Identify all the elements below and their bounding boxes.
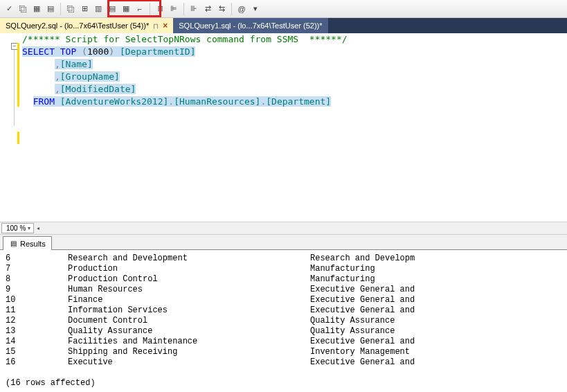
separator xyxy=(60,3,61,15)
chevron-down-icon: ▾ xyxy=(28,225,30,231)
cell-id: 6 xyxy=(6,253,68,264)
result-row[interactable]: 10FinanceExecutive General and xyxy=(6,295,561,305)
editor-gutter: − xyxy=(0,33,19,222)
cell-id: 7 xyxy=(6,264,68,274)
kw-select: SELECT xyxy=(22,46,55,57)
cell-group: Inventory Management xyxy=(310,347,561,357)
result-row[interactable]: 15Shipping and ReceivingInventory Manage… xyxy=(6,347,561,357)
results-header: ▤ Results xyxy=(0,234,567,249)
code-editor[interactable]: − /****** Script for SelectTopNRows comm… xyxy=(0,33,567,222)
cell-group: Executive General and xyxy=(310,285,561,295)
tb-grid6-icon[interactable]: ▥ xyxy=(92,3,105,15)
fold-line xyxy=(14,50,15,126)
col-dept: [DepartmentID] xyxy=(120,46,196,57)
tb-indent1-icon[interactable]: ≣ xyxy=(154,3,166,15)
kw-top: TOP xyxy=(60,46,76,57)
cell-name: Finance xyxy=(68,295,310,305)
separator xyxy=(183,3,184,15)
cell-name: Executive xyxy=(68,357,310,368)
separator xyxy=(231,3,232,15)
cell-group: Research and Developm xyxy=(310,253,561,264)
cell-name: Document Control xyxy=(68,316,310,326)
cell-id: 10 xyxy=(6,295,68,305)
cell-id: 9 xyxy=(6,285,68,295)
result-row[interactable]: 14Facilities and MaintenanceExecutive Ge… xyxy=(6,337,561,347)
cell-group: Executive General and xyxy=(310,357,561,368)
close-icon[interactable]: × xyxy=(163,21,168,30)
result-row[interactable]: 8Production ControlManufacturing xyxy=(6,274,561,285)
result-row[interactable]: 6Research and DevelopmentResearch and De… xyxy=(6,253,561,264)
tb-dropdown-icon[interactable]: ▾ xyxy=(249,3,262,15)
tb-indent3-icon[interactable]: ⊪ xyxy=(188,3,200,15)
tb-indent4-icon[interactable]: ⇄ xyxy=(201,3,214,15)
result-row[interactable]: 11Information ServicesExecutive General … xyxy=(6,305,561,316)
tb-grid9-icon[interactable]: ⌐ xyxy=(134,3,146,15)
tb-grid4-icon[interactable]: ⿻ xyxy=(64,3,77,15)
pin-icon[interactable]: ⊓ xyxy=(153,22,159,30)
col-group: [GroupName] xyxy=(60,71,120,82)
change-marker xyxy=(17,43,19,107)
cell-group: Executive General and xyxy=(310,295,561,305)
scroll-left-icon[interactable]: ◂ xyxy=(37,225,39,231)
cell-name: Information Services xyxy=(68,305,310,316)
tab-sqlquery1[interactable]: SQLQuery1.sql - (lo...7x64\TestUser (52)… xyxy=(173,18,327,33)
tb-check-icon[interactable]: ✓ xyxy=(3,3,15,15)
tbl: [Department] xyxy=(266,96,331,107)
cell-group: Executive General and xyxy=(310,337,561,347)
tb-grid2-icon[interactable]: ▦ xyxy=(30,3,43,15)
results-tab[interactable]: ▤ Results xyxy=(3,236,52,250)
cell-id: 14 xyxy=(6,337,68,347)
code-comment: /****** Script for SelectTopNRows comman… xyxy=(22,34,348,44)
tb-indent5-icon[interactable]: ⇆ xyxy=(215,3,228,15)
cell-name: Production xyxy=(68,264,310,274)
cell-group: Manufacturing xyxy=(310,264,561,274)
tab-sqlquery2[interactable]: SQLQuery2.sql - (lo...7x64\TestUser (54)… xyxy=(0,18,173,33)
cell-group: Executive General and xyxy=(310,305,561,316)
kw-from: FROM xyxy=(33,96,55,107)
cell-name: Shipping and Receiving xyxy=(68,347,310,357)
result-row[interactable]: 16ExecutiveExecutive General and xyxy=(6,357,561,368)
result-row[interactable]: 13Quality AssuranceQuality Assurance xyxy=(6,326,561,337)
cell-name: Facilities and Maintenance xyxy=(68,337,310,347)
zoom-select[interactable]: 100 % ▾ xyxy=(1,223,34,233)
cell-id: 11 xyxy=(6,305,68,316)
results-icon: ▤ xyxy=(9,240,17,248)
cell-name: Production Control xyxy=(68,274,310,285)
tb-grid3-icon[interactable]: ▤ xyxy=(44,3,57,15)
tb-grid1-icon[interactable]: ⿻ xyxy=(17,3,29,15)
tb-grid7-icon[interactable]: ▤ xyxy=(106,3,118,15)
topn: 1000 xyxy=(87,46,109,57)
results-panel[interactable]: 6Research and DevelopmentResearch and De… xyxy=(0,249,567,392)
result-row[interactable]: 12Document ControlQuality Assurance xyxy=(6,316,561,326)
db: [AdventureWorks2012] xyxy=(60,96,169,107)
rows-affected: (16 rows affected) xyxy=(6,378,561,389)
col-mod: [ModifiedDate] xyxy=(60,84,136,94)
cell-name: Quality Assurance xyxy=(68,326,310,337)
zoom-value: 100 % xyxy=(6,224,26,232)
col-name: [Name] xyxy=(60,59,93,69)
cell-group: Manufacturing xyxy=(310,274,561,285)
tb-at-icon[interactable]: @ xyxy=(235,3,248,15)
dot: . xyxy=(168,96,174,107)
tb-grid8-icon[interactable]: ▦ xyxy=(120,3,132,15)
separator xyxy=(150,3,150,15)
cell-id: 12 xyxy=(6,316,68,326)
tb-indent2-icon[interactable]: ⊫ xyxy=(168,3,180,15)
cell-id: 15 xyxy=(6,347,68,357)
cell-id: 13 xyxy=(6,326,68,337)
cell-group: Quality Assurance xyxy=(310,316,561,326)
cell-name: Research and Development xyxy=(68,253,310,264)
toolbar: ✓ ⿻ ▦ ▤ ⿻ ⊞ ▥ ▤ ▦ ⌐ ≣ ⊫ ⊪ ⇄ ⇆ @ ▾ xyxy=(0,0,567,18)
tab-label: SQLQuery2.sql - (lo...7x64\TestUser (54)… xyxy=(6,21,149,30)
cell-id: 16 xyxy=(6,357,68,368)
cell-id: 8 xyxy=(6,274,68,285)
result-row[interactable]: 9Human ResourcesExecutive General and xyxy=(6,285,561,295)
document-tabs: SQLQuery2.sql - (lo...7x64\TestUser (54)… xyxy=(0,18,567,33)
cell-name: Human Resources xyxy=(68,285,310,295)
tb-grid5-icon[interactable]: ⊞ xyxy=(78,3,91,15)
results-tab-label: Results xyxy=(20,240,46,248)
cell-group: Quality Assurance xyxy=(310,326,561,337)
sch: [HumanResources] xyxy=(174,96,260,107)
result-row[interactable]: 7ProductionManufacturing xyxy=(6,264,561,274)
change-marker xyxy=(17,132,19,144)
